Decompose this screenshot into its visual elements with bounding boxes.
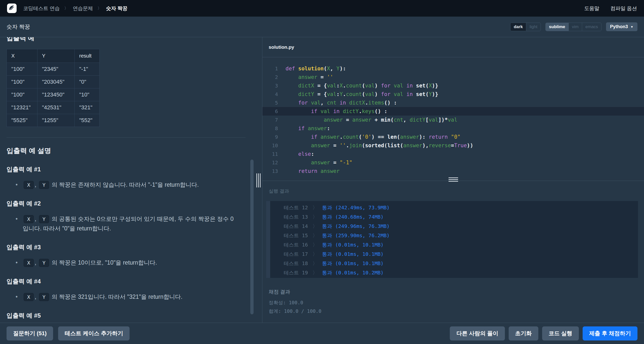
chevron-right-icon: 〉 <box>312 242 317 248</box>
explanation-bullet: X, Y 의 짝꿍은 10이므로, "10"을 return합니다. <box>16 258 239 267</box>
table-header-cell: result <box>75 49 100 63</box>
token-identifier: cnt <box>394 117 403 123</box>
panel-resize-handle-vertical[interactable] <box>256 173 261 187</box>
token-operator: = <box>330 142 340 149</box>
breadcrumb-separator-icon: 〉 <box>98 6 102 11</box>
token-operator: ( <box>384 142 387 149</box>
panel-resize-handle-horizontal[interactable] <box>449 177 458 182</box>
theme-option-dark[interactable]: dark <box>510 23 526 31</box>
keymap-option-sublime[interactable]: sublime <box>546 23 568 31</box>
token-operator: . <box>343 91 346 97</box>
token-operator: ( <box>390 117 394 123</box>
token-operator <box>403 83 407 89</box>
submit-button[interactable]: 제출 후 채점하기 <box>583 326 637 340</box>
line-number: 8 <box>262 124 278 133</box>
add-test-case-button[interactable]: 테스트 케이스 추가하기 <box>58 326 130 340</box>
run-code-button[interactable]: 코드 실행 <box>542 326 579 340</box>
footer-right-buttons: 다른 사람의 풀이초기화코드 실행제출 후 채점하기 <box>450 326 637 340</box>
token-operator: . <box>340 134 343 140</box>
test-name: 테스트 13 <box>284 214 308 220</box>
token-identifier: dictY <box>298 91 314 97</box>
breadcrumb-item[interactable]: 연습문제 <box>73 5 93 12</box>
language-select[interactable]: Python3 ▼ <box>606 22 637 31</box>
help-link[interactable]: 도움말 <box>584 5 599 12</box>
table-row: "100""2345""-1" <box>7 63 100 76</box>
table-row: "5525""1255""552" <box>7 114 100 127</box>
code-text: dictY = {val:Y.count(val) for val in set… <box>278 90 438 99</box>
inline-code-chip: X <box>24 181 34 189</box>
token-operator <box>286 117 324 123</box>
token-string: '0' <box>362 134 372 140</box>
code-editor[interactable]: 1def solution(X, Y):2 answer = ''3 dictX… <box>262 57 644 181</box>
grading-result-title: 채점 결과 <box>269 288 290 295</box>
token-identifier: answer <box>320 168 340 174</box>
token-operator <box>286 91 298 97</box>
token-operator: ( <box>362 83 365 89</box>
token-string: "0" <box>451 134 461 140</box>
table-cell: "100" <box>7 63 37 76</box>
inline-code-chip: Y <box>39 181 49 189</box>
test-result-row: 테스트 19〉통과 (0.01ms, 10.2MB) <box>284 268 638 277</box>
token-identifier: Y <box>429 91 432 97</box>
reset-button[interactable]: 초기화 <box>509 326 538 340</box>
code-text: answer = '' <box>278 73 333 81</box>
programmers-logo[interactable] <box>7 4 17 13</box>
breadcrumb-item[interactable]: 코딩테스트 연습 <box>23 5 60 12</box>
keymap-option-emacs[interactable]: emacs <box>582 23 601 31</box>
explanation-bullet: X, Y 의 짝꿍은 존재하지 않습니다. 따라서 "-1"을 return합니… <box>16 180 239 189</box>
code-line: 13 return answer <box>262 167 644 175</box>
code-text: return answer <box>278 167 340 175</box>
token-operator <box>286 142 311 149</box>
theme-option-light[interactable]: light <box>526 23 541 31</box>
language-label: Python3 <box>610 24 628 29</box>
footer-bar: 질문하기 (51)테스트 케이스 추가하기 다른 사람의 풀이초기화코드 실행제… <box>0 323 644 344</box>
code-text: def solution(X, Y): <box>278 64 346 73</box>
token-operator: = <box>451 142 454 149</box>
token-operator: ) <box>375 83 381 89</box>
chevron-down-icon: ▼ <box>630 25 633 28</box>
token-operator: ( <box>362 142 365 149</box>
test-status-pass: 통과 (249.96ms, 76.3MB) <box>322 223 390 229</box>
keymap-option-vim[interactable]: vim <box>569 23 582 31</box>
token-operator <box>286 160 311 166</box>
token-operator: , <box>330 66 336 72</box>
token-operator: )} <box>432 83 438 89</box>
breadcrumb: 코딩테스트 연습〉연습문제〉숫자 짝꿍 <box>23 5 128 12</box>
token-operator <box>317 134 320 140</box>
code-line: 1def solution(X, Y): <box>262 64 644 73</box>
token-operator <box>390 91 394 97</box>
explanation-list: 입출력 예 #1X, Y 의 짝꿍은 존재하지 않습니다. 따라서 "-1"을 … <box>7 165 246 323</box>
chevron-right-icon: 〉 <box>312 270 317 276</box>
token-identifier: val <box>394 83 403 89</box>
token-identifier: val <box>448 117 457 123</box>
token-operator: : <box>336 91 340 97</box>
token-operator <box>286 100 298 106</box>
keymap-toggle-group: sublimevimemacs <box>545 23 601 31</box>
compile-options-link[interactable]: 컴파일 옵션 <box>610 5 637 12</box>
explanation-text: 의 공통된 숫자는 0으로만 구성되어 있기 때문에, 두 수의 짝꿍은 정수 … <box>23 216 234 232</box>
token-keyword: else <box>298 151 311 157</box>
ask-question-button[interactable]: 질문하기 (51) <box>7 326 53 340</box>
section-divider <box>7 137 246 138</box>
token-operator <box>308 100 311 106</box>
footer-left-buttons: 질문하기 (51)테스트 케이스 추가하기 <box>7 326 130 340</box>
token-identifier: answer <box>298 74 317 80</box>
line-number: 7 <box>262 116 278 124</box>
table-row: "100""203045""0" <box>7 76 100 88</box>
token-operator: : <box>327 125 330 131</box>
token-operator: ): <box>419 134 429 140</box>
navbar-right: 도움말 컴파일 옵션 <box>584 5 637 12</box>
test-result-row: 테스트 18〉통과 (0.01ms, 10.1MB) <box>284 259 638 268</box>
left-panel-scrollbar[interactable] <box>250 160 254 314</box>
code-line: 4 dictY = {val:Y.count(val) for val in s… <box>262 90 644 99</box>
other-solutions-button[interactable]: 다른 사람의 풀이 <box>450 326 505 340</box>
test-result-row: 테스트 17〉통과 (0.01ms, 10.1MB) <box>284 250 638 259</box>
code-text: if answer: <box>278 124 330 133</box>
console-scrollbar[interactable] <box>266 201 270 278</box>
explanation-bullet: X, Y 의 공통된 숫자는 0으로만 구성되어 있기 때문에, 두 수의 짝꿍… <box>16 214 239 233</box>
token-identifier: val <box>327 91 336 97</box>
token-builtin: min <box>381 117 390 123</box>
token-operator <box>330 108 333 114</box>
editor-controls: darklight sublimevimemacs Python3 ▼ <box>510 22 637 31</box>
breadcrumb-item[interactable]: 숫자 짝꿍 <box>106 5 128 12</box>
